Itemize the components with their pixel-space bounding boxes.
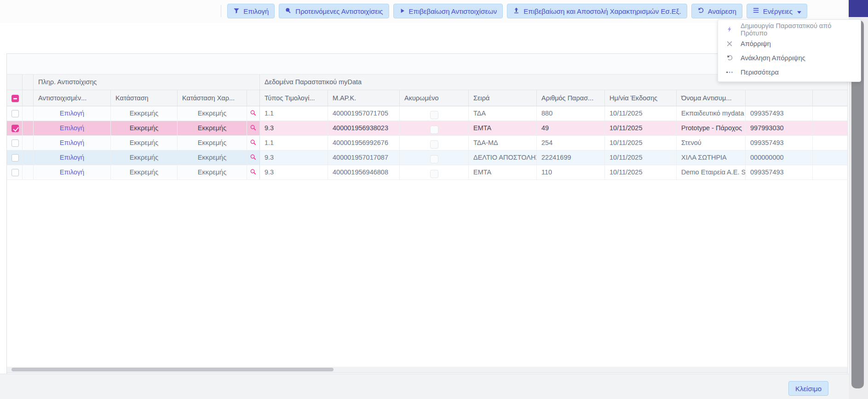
status-cell: Εκκρεμής [111,150,178,165]
counterparty-name-cell: Στενού [677,136,746,150]
mark-cell: 400001956938023 [328,121,400,135]
column-header-status[interactable]: Κατάσταση [111,90,178,106]
cancelled-checkbox [430,140,438,149]
char-status-cell: Εκκρεμής [178,150,247,165]
row-select-link[interactable]: Επιλογή [60,168,84,176]
row-checkbox[interactable] [11,110,19,117]
chevron-down-icon [797,7,801,15]
close-icon [725,40,734,47]
undo-button[interactable]: Αναίρεση [691,4,742,18]
mark-cell: 400001957017087 [328,150,400,165]
menu-item-undo-rejection[interactable]: Ανάκληση Απόρριψης [718,51,861,65]
status-cell: Εκκρεμής [111,165,178,179]
mark-cell: 400001956946808 [328,165,400,179]
magnifier-icon[interactable] [247,106,259,121]
menu-item-reject[interactable]: Απόρριψη [718,36,861,51]
select-all-checkbox[interactable] [11,95,19,102]
column-header-empty [813,90,847,106]
toolbar-button-row: Επιλογή Προτεινόμενες Αντιστοιχίσεις Επι… [221,4,807,18]
table-row[interactable]: Επιλογή Εκκρεμής Εκκρεμής 9.3 4000019569… [7,121,847,136]
filter-icon [233,7,240,15]
cancelled-checkbox [430,126,438,134]
column-header-char-status[interactable]: Κατάσταση Χαρ... [178,90,247,106]
close-button[interactable]: Κλείσιμο [788,381,828,396]
column-header-counterparty[interactable]: Όνομα Αντισυμ... [677,90,746,106]
menu-icon [753,7,759,15]
series-cell: ΤΔΑ [469,106,537,121]
table-row[interactable]: Επιλογή Εκκρεμής Εκκρεμής 9.3 4000019570… [7,150,847,165]
counterparty-vat-cell: 099357493 [746,165,813,179]
row-checkbox[interactable] [11,154,19,162]
status-cell: Εκκρεμής [111,121,178,135]
magnifier-icon[interactable] [247,150,259,165]
column-header-cancelled[interactable]: Ακυρωμένο [400,90,469,106]
issue-date-cell: 10/11/2025 [605,121,677,135]
column-header-issue-date[interactable]: Ημ/νία Έκδοσης [605,90,677,106]
confirm-and-send-button[interactable]: Επιβεβαίωση και Αποστολή Χαρακτηρισμών Ε… [507,4,687,18]
column-header-row: Αντιστοιχισμέν... Κατάσταση Κατάσταση Χα… [7,90,847,106]
cancelled-checkbox [430,111,438,119]
table-row[interactable]: Επιλογή Εκκρεμής Εκκρεμής 1.1 4000019569… [7,136,847,150]
issue-date-cell: 10/11/2025 [605,106,677,121]
invoice-type-cell: 1.1 [260,106,328,121]
magnifier-icon[interactable] [247,136,259,150]
actions-menu: Δημιουργία Παραστατικού από Πρότυπο Απόρ… [718,19,861,82]
row-select-link[interactable]: Επιλογή [60,110,84,117]
table-row[interactable]: Επιλογή Εκκρεμής Εκκρεμής 1.1 4000019570… [7,106,847,121]
counterparty-name-cell: Demo Εταιρεία Α.Ε. St [677,165,746,179]
row-select-link[interactable]: Επιλογή [60,124,84,132]
actions-button[interactable]: Ενέργειες [747,4,807,18]
menu-item-create-from-template[interactable]: Δημιουργία Παραστατικού από Πρότυπο [718,22,861,36]
upload-icon [513,7,520,15]
row-checkbox[interactable] [11,125,19,132]
mark-cell: 400001956992676 [328,136,400,150]
menu-item-more[interactable]: Περισσότερα [718,65,861,79]
undo-icon [725,54,734,61]
column-header-number[interactable]: Αριθμός Παρασ... [537,90,605,106]
column-header-series[interactable]: Σειρά [469,90,537,106]
status-cell: Εκκρεμής [111,106,178,121]
issue-date-cell: 10/11/2025 [605,136,677,150]
table-row[interactable]: Επιλογή Εκκρεμής Εκκρεμής 9.3 4000019569… [7,165,847,180]
counterparty-vat-cell: 099357493 [746,106,813,121]
column-header-obscured [746,90,813,106]
series-cell: ΕΜΤΑ [469,165,537,179]
counterparty-vat-cell: 000000000 [746,150,813,165]
series-cell: ΤΔΑ-ΜΔ [469,136,537,150]
doc-number-cell: 880 [537,106,605,121]
invoice-type-cell: 9.3 [260,150,328,165]
column-header-mark[interactable]: Μ.ΑΡ.Κ. [328,90,400,106]
issue-date-cell: 10/11/2025 [605,150,677,165]
horizontal-scrollbar-thumb[interactable] [11,368,333,371]
row-select-link[interactable]: Επιλογή [60,154,84,161]
doc-number-cell: 254 [537,136,605,150]
suggested-matches-button[interactable]: Προτεινόμενες Αντιστοιχίσεις [279,4,389,18]
row-select-link[interactable]: Επιλογή [60,139,84,146]
group-header-matching-info: Πληρ. Αντιστοίχισης [34,75,260,90]
lightning-icon [725,26,734,33]
counterparty-name-cell: Prototype - Πάροχος [677,121,746,135]
magnifier-icon[interactable] [247,121,259,135]
select-all-cell [7,90,23,106]
counterparty-name-cell: Εκπαιδευτικό mydata [677,106,746,121]
column-header-invoice-type[interactable]: Τύπος Τιμολογί... [260,90,328,106]
row-checkbox[interactable] [11,139,19,147]
cancelled-checkbox [430,170,438,178]
invoice-type-cell: 9.3 [260,165,328,179]
horizontal-scrollbar [7,367,847,372]
column-header-matched[interactable]: Αντιστοιχισμέν... [34,90,111,106]
toolbar-separator [221,5,221,17]
counterparty-name-cell: ΧΙΛΑ ΣΩΤΗΡΙΑ [677,150,746,165]
row-checkbox[interactable] [11,169,19,176]
grid-empty-area [7,180,847,367]
magnifier-icon[interactable] [247,165,259,179]
dots-icon [725,71,734,74]
counterparty-vat-cell: 099357493 [746,136,813,150]
group-header-empty [23,75,34,90]
char-status-cell: Εκκρεμής [178,106,247,121]
invoice-type-cell: 9.3 [260,121,328,135]
status-cell: Εκκρεμής [111,136,178,150]
confirm-matches-button[interactable]: Επιβεβαίωση Αντιστοιχίσεων [393,4,503,18]
column-header-empty [23,90,34,106]
select-button[interactable]: Επιλογή [227,4,275,18]
